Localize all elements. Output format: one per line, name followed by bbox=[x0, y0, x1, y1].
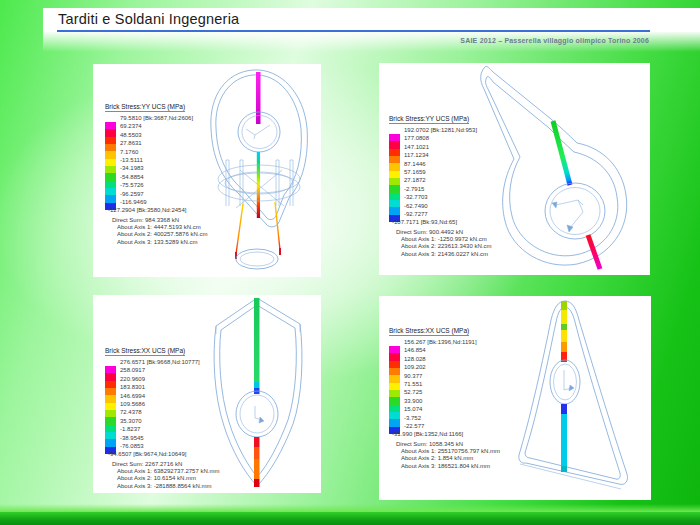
legend-title: Brick Stress:XX UCS (MPa) bbox=[105, 347, 185, 356]
legend-summary: Direct Sum: 2267.2716 kN About Axis 1: 6… bbox=[117, 461, 219, 490]
legend-label: -13.5111 bbox=[120, 156, 193, 164]
legend-label: 276.6571 [Bk:9668,Nd:10777] bbox=[120, 358, 200, 366]
hub-glyph bbox=[246, 125, 270, 139]
stress-member-upper bbox=[561, 301, 567, 310]
summary-line: About Axis 3: -281888.8564 kN.mm bbox=[117, 483, 219, 490]
hub-circle bbox=[550, 360, 580, 404]
legend-label: 183.8301 bbox=[120, 383, 200, 391]
hub-circle bbox=[545, 183, 605, 239]
stress-panel-top-left: Brick Stress:YY UCS (MPa) 79.5810 [Bk:36… bbox=[93, 64, 321, 277]
legend-label: 220.9609 bbox=[120, 375, 200, 383]
stress-panel-bottom-left: Brick Stress:XX UCS (MPa) 276.6571 [Bk:9… bbox=[93, 295, 321, 493]
page-title: Tarditi e Soldani Ingegneria bbox=[58, 11, 239, 27]
colorbar bbox=[389, 134, 400, 222]
legend-labels: 276.6571 [Bk:9668,Nd:10777] 258.0917 220… bbox=[120, 358, 200, 459]
stress-member-lower bbox=[588, 235, 600, 269]
legend-label: 146.6994 bbox=[120, 392, 200, 400]
legend-label: 109.5686 bbox=[120, 400, 200, 408]
stress-member-upper bbox=[254, 298, 260, 382]
structure-drawing bbox=[457, 65, 647, 273]
stress-member-upper bbox=[553, 121, 570, 185]
legend-title: Brick Stress:YY UCS (MPa) bbox=[105, 103, 185, 112]
summary-line: About Axis 3: 133.5289 kN.cm bbox=[117, 239, 207, 246]
legend-label: 72.4378 bbox=[120, 408, 200, 416]
legend-label: -96.2597 bbox=[120, 190, 193, 198]
structure-drawing bbox=[209, 297, 313, 489]
footer-glow-stripe bbox=[0, 504, 700, 512]
legend-label: -1.8237 bbox=[120, 425, 200, 433]
sail-outline-inner bbox=[525, 307, 620, 479]
legend-summary: Direct Sum: 984.3368 kN About Axis 1: 44… bbox=[117, 217, 207, 246]
colorbar bbox=[389, 346, 400, 434]
legend-label: -127.2904 [Bk:3580,Nd:2454] bbox=[108, 206, 193, 214]
hub-circle bbox=[236, 391, 278, 437]
hub-glyph bbox=[255, 406, 264, 423]
slide: { "header": { "title": "Tarditi e Soldan… bbox=[0, 0, 700, 525]
legend-label: 258.0917 bbox=[120, 366, 200, 374]
sail-outline-outer bbox=[519, 301, 628, 484]
colorbar bbox=[105, 122, 116, 210]
page-subtitle: SAIE 2012 – Passerella villaggio olimpic… bbox=[57, 37, 649, 44]
stress-member-lower bbox=[254, 437, 260, 447]
teardrop-outline-outer bbox=[481, 66, 627, 265]
legend-label: 79.5810 [Bk:3687,Nd:2606] bbox=[120, 114, 193, 122]
legend-label: 27.8631 bbox=[120, 139, 193, 147]
legend: Brick Stress:XX UCS (MPa) 276.6571 [Bk:9… bbox=[105, 339, 219, 490]
stress-leg-left bbox=[236, 204, 243, 254]
summary-line: Direct Sum: 2267.2716 kN bbox=[112, 461, 219, 468]
stress-panel-top-right: Brick Stress:YY UCS (MPa) 192.0702 [Bk:1… bbox=[379, 63, 650, 275]
summary-line: About Axis 2: 10.6154 kN.mm bbox=[117, 475, 219, 482]
legend-title: Brick Stress:XX UCS (MPa) bbox=[389, 327, 469, 336]
hub-glyph bbox=[564, 370, 574, 391]
stress-member-lower bbox=[561, 404, 567, 414]
legend-label: -76.0853 bbox=[120, 442, 200, 450]
summary-line: About Axis 2: 400257.5876 kN.cm bbox=[117, 231, 207, 238]
stress-panel-bottom-right: Brick Stress:XX UCS (MPa) 156.267 [Bk:13… bbox=[379, 296, 651, 500]
summary-line: Direct Sum: 984.3368 kN bbox=[112, 217, 207, 224]
legend-label: 48.5503 bbox=[120, 131, 193, 139]
legend-label: -54.8854 bbox=[120, 173, 193, 181]
summary-line: About Axis 1: 638292737.2757 kN.mm bbox=[117, 468, 219, 475]
colorbar bbox=[105, 366, 116, 454]
legend-label: -94.6507 [Bk:9674,Nd:10649] bbox=[108, 450, 200, 458]
legend-label: 69.2374 bbox=[120, 122, 193, 130]
footer-band bbox=[0, 512, 700, 525]
legend: Brick Stress:YY UCS (MPa) 79.5810 [Bk:36… bbox=[105, 95, 207, 246]
legend-labels: 79.5810 [Bk:3687,Nd:2606] 69.2374 48.550… bbox=[120, 114, 193, 215]
structure-drawing bbox=[196, 66, 314, 274]
header-rule bbox=[57, 30, 650, 32]
stress-member-top bbox=[256, 72, 261, 124]
legend-label: -75.5726 bbox=[120, 181, 193, 189]
legend-label: -34.1983 bbox=[120, 164, 193, 172]
structure-drawing bbox=[459, 298, 645, 500]
legend-label: -116.9469 bbox=[120, 198, 193, 206]
legend-label: -38.9545 bbox=[120, 434, 200, 442]
legend-label: 7.1760 bbox=[120, 148, 193, 156]
summary-line: About Axis 1: 4447.5193 kN.cm bbox=[117, 224, 207, 231]
legend-label: 35.3070 bbox=[120, 417, 200, 425]
